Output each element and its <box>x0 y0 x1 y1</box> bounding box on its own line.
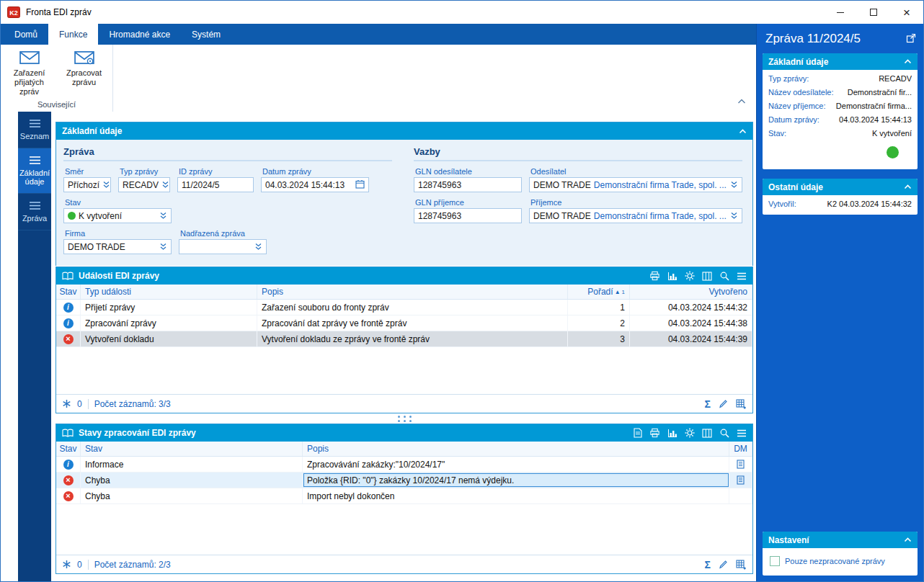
column-header-stav[interactable]: Stav <box>56 285 81 299</box>
list-icon <box>29 119 41 128</box>
stav-combo[interactable]: K vytvoření <box>63 208 172 223</box>
firma-combo[interactable]: DEMO TRADE <box>63 239 172 254</box>
collapse-basic-panel-button[interactable] <box>739 129 747 134</box>
info-icon: i <box>63 318 74 328</box>
gear-icon[interactable] <box>685 428 695 438</box>
only-unprocessed-checkbox[interactable] <box>770 556 780 566</box>
nadrazena-zprava-combo[interactable] <box>179 239 267 254</box>
panel-splitter[interactable] <box>55 413 753 424</box>
events-panel-title: Události EDI zprávy <box>79 271 159 281</box>
new-document-icon[interactable] <box>634 428 642 438</box>
collapse-ribbon-button[interactable] <box>737 97 746 107</box>
column-header-poradi[interactable]: Pořadí ▲1 <box>568 285 630 299</box>
collapse-settings-card-button[interactable] <box>904 537 912 542</box>
tab-funkce[interactable]: Funkce <box>48 24 98 45</box>
sum-icon[interactable]: Σ <box>705 399 711 409</box>
zarazeni-prijatych-zprav-button[interactable]: Zařazení přijatých zpráv <box>4 47 55 99</box>
maximize-button[interactable] <box>857 1 890 24</box>
detail-row: Název odesílatele:Demonstrační fir... <box>768 86 912 99</box>
odesilatel-link[interactable]: Demonstrační firma Trade, spol. ... <box>594 180 727 190</box>
chart-icon[interactable] <box>667 272 678 281</box>
column-header-stav[interactable]: Stav <box>81 442 303 456</box>
asterisk-icon[interactable] <box>62 560 71 569</box>
typ-zpravy-combo[interactable]: RECADV <box>118 177 170 192</box>
open-in-window-button[interactable] <box>906 33 916 45</box>
states-record-count: Počet záznamů: 2/3 <box>94 560 171 570</box>
state-row-1[interactable]: i Informace Zpracovávání zakázky:"10/202… <box>56 457 752 473</box>
print-icon[interactable] <box>649 271 660 281</box>
gln-odesilatele-input[interactable] <box>414 177 522 192</box>
basic-panel: Základní údaje Zpráva Smě <box>55 122 753 266</box>
gear-icon[interactable] <box>685 271 695 281</box>
detail-panel-spacer <box>762 224 918 532</box>
dropdown-icon <box>159 212 167 220</box>
minimize-button[interactable] <box>824 1 857 24</box>
settings-card-header: Nastavení <box>763 532 918 548</box>
events-record-count: Počet záznamů: 3/3 <box>94 399 171 409</box>
search-settings-icon[interactable] <box>719 271 729 281</box>
menu-icon[interactable] <box>737 429 747 437</box>
tab-domu[interactable]: Domů <box>4 24 48 45</box>
column-header-popis[interactable]: Popis <box>257 285 568 299</box>
detail-row: Název příjemce:Demonstrační firma... <box>768 99 912 113</box>
event-row-2[interactable]: i Zpracování zprávy Zpracování dat zpráv… <box>56 315 752 331</box>
basic-panel-title: Základní údaje <box>62 126 122 136</box>
column-header-stav-icon[interactable]: Stav <box>56 442 81 456</box>
column-header-typ-udalosti[interactable]: Typ události <box>81 285 257 299</box>
dropdown-icon <box>730 181 738 189</box>
search-settings-icon[interactable] <box>719 428 729 438</box>
table-add-icon[interactable] <box>736 560 747 570</box>
table-add-icon[interactable] <box>736 399 747 409</box>
detail-basic-card-header: Základní údaje <box>763 53 918 70</box>
error-icon: × <box>63 491 74 501</box>
events-footer: 0 Počet záznamů: 3/3 Σ <box>56 394 752 413</box>
state-row-3[interactable]: × Chyba Import nebyl dokončen <box>56 488 752 504</box>
column-header-dm[interactable]: DM <box>729 442 752 456</box>
tab-hromadne-akce[interactable]: Hromadné akce <box>98 24 181 45</box>
close-button[interactable]: × <box>890 1 923 24</box>
field-datum-zpravy: Datum zprávy 04.03.2024 15:44:13 <box>261 167 369 192</box>
sidebar-item-zprava[interactable]: Zpráva <box>18 194 51 230</box>
sidebar-item-seznam[interactable]: Seznam <box>18 112 51 148</box>
states-table-header: Stav Stav Popis DM <box>56 442 752 457</box>
smer-combo[interactable]: Příchozí <box>63 177 111 192</box>
error-icon: × <box>63 334 74 344</box>
collapse-other-card-button[interactable] <box>904 184 912 189</box>
column-header-popis[interactable]: Popis <box>303 442 729 456</box>
section-title-zprava: Zpráva <box>63 142 392 161</box>
document-icon[interactable] <box>737 475 745 485</box>
field-firma: Firma DEMO TRADE <box>63 229 172 254</box>
columns-icon[interactable] <box>702 429 712 438</box>
odesilatel-combo[interactable]: DEMO TRADE Demonstrační firma Trade, spo… <box>529 177 742 192</box>
prijemce-combo[interactable]: DEMO TRADE Demonstrační firma Trade, spo… <box>529 208 742 223</box>
sidebar-item-zakladni-udaje[interactable]: Základní údaje <box>18 148 51 194</box>
column-header-vytvoreno[interactable]: Vytvořeno <box>630 285 752 299</box>
collapse-basic-card-button[interactable] <box>904 59 912 64</box>
states-table: Stav Stav Popis DM i Informace Zpracováv… <box>56 442 752 573</box>
edit-icon[interactable] <box>719 399 728 408</box>
prijemce-link[interactable]: Demonstrační firma Trade, spol. ... <box>594 211 727 221</box>
asterisk-icon[interactable] <box>62 399 71 408</box>
state-row-2-selected[interactable]: × Chyba Položka {RID: "0"} zakázky 10/20… <box>56 473 752 488</box>
tab-system[interactable]: Systém <box>181 24 231 45</box>
window-title: Fronta EDI zpráv <box>26 7 92 17</box>
field-stav: Stav K vytvoření <box>63 198 172 223</box>
document-icon[interactable] <box>737 460 745 469</box>
chart-icon[interactable] <box>667 429 678 438</box>
datum-zpravy-input[interactable]: 04.03.2024 15:44:13 <box>261 177 369 192</box>
event-row-1[interactable]: i Přijetí zprávy Zařazení souboru do fro… <box>56 300 752 315</box>
zpracovat-zpravu-button[interactable]: Zpracovat zprávu <box>59 47 110 99</box>
print-icon[interactable] <box>649 428 660 438</box>
menu-icon[interactable] <box>737 272 747 280</box>
calendar-icon[interactable] <box>355 179 365 191</box>
chevron-up-icon <box>739 129 747 134</box>
states-panel-header: Stavy zpracování EDI zprávy <box>56 424 752 442</box>
columns-icon[interactable] <box>702 272 712 281</box>
gln-prijemce-input[interactable] <box>414 208 522 223</box>
sum-icon[interactable]: Σ <box>705 560 711 570</box>
chevron-up-icon <box>737 99 746 104</box>
id-zpravy-input[interactable] <box>177 177 254 192</box>
event-row-3-selected[interactable]: × Vytvoření dokladu Vytvoření dokladu ze… <box>56 331 752 347</box>
sort-asc-icon: ▲ <box>615 289 621 295</box>
edit-icon[interactable] <box>719 560 728 569</box>
